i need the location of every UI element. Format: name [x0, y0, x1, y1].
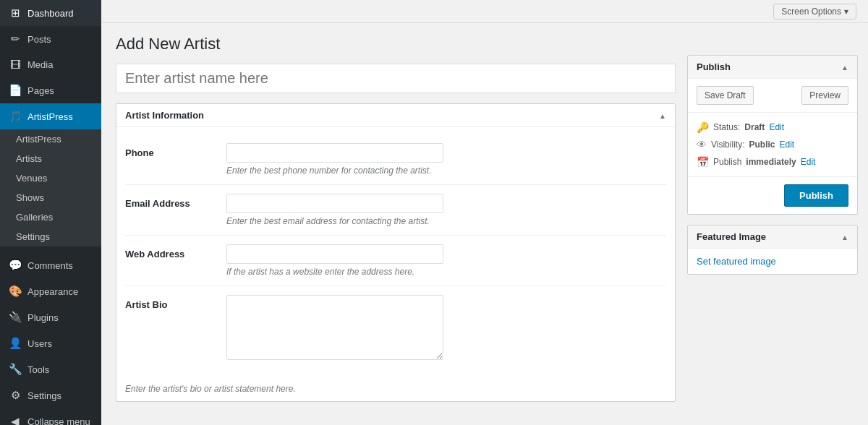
- sidebar-item-users[interactable]: 👤 Users: [0, 330, 101, 356]
- publish-button[interactable]: Publish: [784, 184, 848, 207]
- email-row: Email Address Enter the best email addre…: [125, 185, 666, 236]
- sidebar-sub-label: Artists: [16, 153, 42, 164]
- sidebar-sub-label: Shows: [16, 192, 44, 203]
- page-title: Add New Artist: [116, 35, 676, 53]
- featured-image-toggle-icon[interactable]: [841, 231, 848, 242]
- comments-icon: 💬: [9, 259, 22, 272]
- visibility-edit-link[interactable]: Edit: [779, 139, 794, 150]
- sidebar-item-label: Posts: [27, 34, 51, 45]
- email-label: Email Address: [125, 194, 226, 209]
- email-hint: Enter the best email address for contact…: [226, 216, 666, 226]
- tools-icon: 🔧: [9, 363, 22, 376]
- status-label: Status:: [713, 122, 740, 132]
- featured-image-header[interactable]: Featured Image: [688, 226, 857, 249]
- sidebar-item-label: ArtistPress: [27, 111, 73, 122]
- artist-name-input[interactable]: [116, 64, 676, 93]
- bio-label: Artist Bio: [125, 295, 226, 310]
- web-row: Web Address If the artist has a website …: [125, 236, 666, 286]
- bio-textarea[interactable]: [226, 295, 443, 360]
- dashboard-icon: ⊞: [9, 7, 22, 20]
- sidebar-sub-label: Venues: [16, 173, 47, 184]
- appearance-icon: 🎨: [9, 285, 22, 298]
- sidebar-item-tools[interactable]: 🔧 Tools: [0, 356, 101, 382]
- featured-image-content: Set featured image: [688, 249, 857, 274]
- pages-icon: 📄: [9, 84, 22, 97]
- screen-options-button[interactable]: Screen Options ▾: [773, 4, 856, 20]
- artist-info-metabox: Artist Information Phone Enter the best …: [116, 103, 676, 402]
- preview-button[interactable]: Preview: [801, 86, 848, 105]
- sidebar-item-label: Users: [27, 338, 52, 349]
- set-featured-image-link[interactable]: Set featured image: [697, 256, 776, 267]
- visibility-label: Visibility:: [711, 139, 744, 150]
- status-icon: 🔑: [697, 121, 709, 133]
- artistpress-icon: 🎵: [9, 110, 22, 123]
- status-edit-link[interactable]: Edit: [769, 122, 784, 132]
- sidebar-item-label: Media: [27, 59, 53, 70]
- artist-info-title: Artist Information: [125, 110, 204, 121]
- sidebar-item-pages[interactable]: 📄 Pages: [0, 77, 101, 103]
- sidebar-sub-label: Settings: [16, 231, 50, 242]
- sidebar-item-label: Dashboard: [27, 8, 74, 19]
- sidebar-item-appearance[interactable]: 🎨 Appearance: [0, 278, 101, 304]
- sidebar-item-plugins[interactable]: 🔌 Plugins: [0, 304, 101, 330]
- sidebar-item-settings[interactable]: ⚙ Settings: [0, 382, 101, 408]
- publish-time-label: Publish: [713, 157, 741, 167]
- sidebar-item-artists[interactable]: Artists: [0, 149, 101, 168]
- sidebar: ⊞ Dashboard ✏ Posts 🎞 Media 📄 Pages 🎵 Ar…: [0, 0, 101, 425]
- sidebar-item-label: Appearance: [27, 286, 78, 297]
- bio-row: Artist Bio: [125, 286, 666, 371]
- artist-info-header[interactable]: Artist Information: [116, 104, 675, 127]
- sidebar-item-posts[interactable]: ✏ Posts: [0, 26, 101, 52]
- publish-actions: Save Draft Preview: [688, 79, 857, 113]
- collapse-icon: ◀: [9, 415, 22, 425]
- save-draft-button[interactable]: Save Draft: [697, 86, 754, 105]
- sidebar-submenu: ArtistPress Artists Venues Shows Galleri…: [0, 129, 101, 246]
- sidebar-item-settings-sub[interactable]: Settings: [0, 227, 101, 246]
- right-sidebar: Publish Save Draft Preview 🔑 Status: Dra…: [687, 23, 868, 425]
- settings-icon: ⚙: [9, 389, 22, 402]
- sidebar-item-dashboard[interactable]: ⊞ Dashboard: [0, 0, 101, 26]
- bio-hint: Enter the artist's bio or artist stateme…: [116, 384, 675, 401]
- sidebar-item-venues[interactable]: Venues: [0, 168, 101, 188]
- topbar: Screen Options ▾: [101, 0, 868, 23]
- calendar-icon: 📅: [697, 156, 709, 168]
- publish-time-row: 📅 Publish immediately Edit: [697, 153, 848, 171]
- sidebar-item-collapse[interactable]: ◀ Collapse menu: [0, 408, 101, 425]
- publish-box: Publish Save Draft Preview 🔑 Status: Dra…: [687, 55, 858, 215]
- screen-options-label: Screen Options: [781, 7, 841, 17]
- status-row: 🔑 Status: Draft Edit: [697, 119, 848, 136]
- publish-box-header[interactable]: Publish: [688, 56, 857, 79]
- sidebar-item-label: Pages: [27, 85, 54, 96]
- plugins-icon: 🔌: [9, 311, 22, 324]
- phone-input[interactable]: [226, 143, 443, 163]
- publish-title: Publish: [697, 61, 731, 72]
- sidebar-item-artistpress[interactable]: 🎵 ArtistPress: [0, 103, 101, 129]
- email-field-wrap: Enter the best email address for contact…: [226, 194, 666, 226]
- email-input[interactable]: [226, 194, 443, 213]
- publish-time-value: immediately: [746, 157, 796, 167]
- status-value: Draft: [744, 122, 765, 132]
- artist-info-toggle[interactable]: [659, 110, 666, 121]
- sidebar-item-galleries[interactable]: Galleries: [0, 207, 101, 227]
- media-icon: 🎞: [9, 59, 22, 71]
- web-field-wrap: If the artist has a website enter the ad…: [226, 244, 666, 277]
- featured-image-box: Featured Image Set featured image: [687, 225, 858, 275]
- phone-row: Phone Enter the best phone number for co…: [125, 134, 666, 185]
- posts-icon: ✏: [9, 33, 22, 46]
- sidebar-item-shows[interactable]: Shows: [0, 188, 101, 207]
- page-content: Add New Artist Artist Information Phone …: [101, 23, 687, 425]
- phone-hint: Enter the best phone number for contacti…: [226, 166, 666, 176]
- sidebar-sub-label: ArtistPress: [16, 134, 61, 145]
- sidebar-item-artistpress-sub[interactable]: ArtistPress: [0, 129, 101, 149]
- users-icon: 👤: [9, 337, 22, 350]
- sidebar-item-comments[interactable]: 💬 Comments: [0, 252, 101, 278]
- publish-time-edit-link[interactable]: Edit: [801, 157, 816, 167]
- sidebar-item-media[interactable]: 🎞 Media: [0, 52, 101, 77]
- web-input[interactable]: [226, 244, 443, 264]
- sidebar-item-label: Plugins: [27, 312, 59, 323]
- content-wrapper: Add New Artist Artist Information Phone …: [101, 23, 868, 425]
- publish-footer: Publish: [688, 177, 857, 214]
- phone-label: Phone: [125, 143, 226, 158]
- main-area: Screen Options ▾ Add New Artist Artist I…: [101, 0, 868, 425]
- publish-toggle-icon[interactable]: [841, 61, 848, 72]
